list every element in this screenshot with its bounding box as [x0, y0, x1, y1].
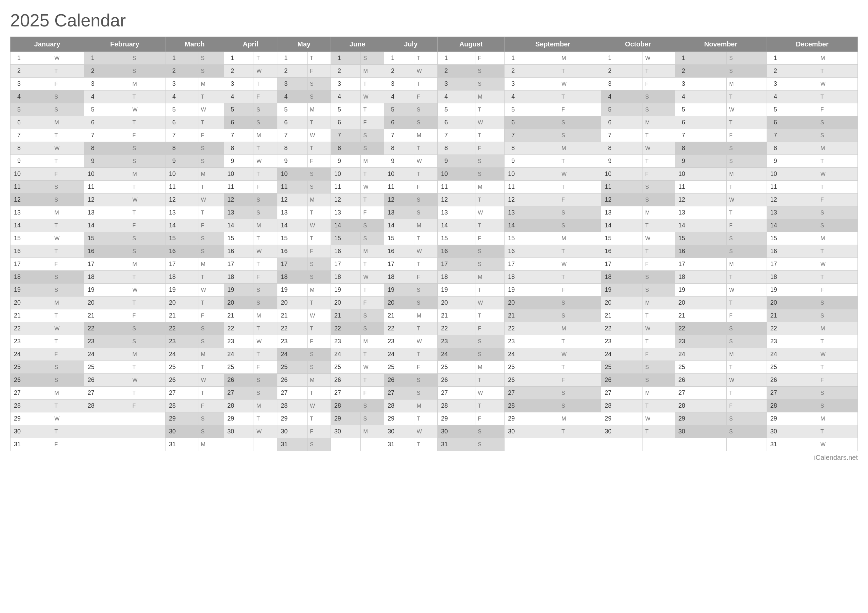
day-number: 2 — [225, 67, 234, 74]
day-code-cell: W — [130, 283, 166, 297]
day-number: 22 — [12, 325, 21, 332]
day-code: S — [256, 210, 260, 215]
day-code: W — [310, 133, 315, 138]
day-code: F — [133, 133, 136, 138]
day-code: T — [201, 300, 204, 306]
day-num-cell: 7 — [601, 129, 643, 142]
day-code: S — [561, 223, 565, 228]
day-num-cell: 11 — [330, 181, 361, 193]
day-num-cell: 21 — [84, 310, 130, 322]
day-code-cell: S — [307, 271, 330, 283]
day-code: T — [729, 184, 732, 190]
day-number: 4 — [676, 93, 685, 100]
day-num-cell: 28 — [437, 399, 475, 412]
day-num-cell: 10 — [224, 168, 254, 181]
day-code-cell: T — [198, 181, 224, 193]
day-code-cell: F — [559, 374, 601, 387]
day-number: 19 — [332, 286, 341, 293]
day-number: 9 — [603, 158, 611, 165]
day-code: M — [561, 146, 566, 151]
day-num-cell: 24 — [277, 348, 307, 361]
day-number: 7 — [85, 132, 94, 139]
day-num-cell: 13 — [505, 206, 559, 219]
day-code: W — [256, 68, 261, 74]
day-code-cell: M — [361, 65, 384, 77]
day-code: T — [417, 416, 420, 421]
day-code-cell: T — [414, 77, 438, 90]
day-code-cell: S — [414, 103, 438, 116]
day-code-cell: S — [818, 129, 857, 142]
day-code: S — [478, 81, 482, 87]
day-number: 31 — [167, 441, 176, 448]
day-code: T — [54, 403, 58, 409]
day-number: 30 — [225, 428, 234, 435]
day-number: 27 — [386, 389, 394, 396]
day-num-cell: 16 — [224, 245, 254, 258]
day-code-cell: T — [130, 271, 166, 283]
day-number: 7 — [332, 132, 341, 139]
day-code-cell: W — [414, 245, 438, 258]
day-code-cell: S — [727, 425, 767, 438]
day-code-cell: T — [130, 297, 166, 310]
day-num-cell: 19 — [437, 283, 475, 297]
day-code-cell: F — [475, 52, 505, 65]
day-code-cell: T — [643, 310, 675, 322]
day-code-cell: W — [818, 77, 857, 90]
day-code-cell: S — [643, 374, 675, 387]
day-code-cell: F — [254, 181, 277, 193]
day-code: F — [201, 313, 204, 319]
day-number: 28 — [603, 402, 611, 409]
day-code: T — [729, 94, 732, 100]
day-num-cell: 17 — [166, 258, 198, 271]
day-number: 8 — [439, 145, 448, 152]
day-num-cell: 4 — [224, 90, 254, 103]
day-num-cell: 23 — [277, 335, 307, 348]
day-num-cell: 4 — [505, 90, 559, 103]
day-num-cell: 30 — [384, 425, 414, 438]
day-num-cell: 25 — [675, 361, 727, 374]
calendar-row: 11S11T11T11F11S11W11F11M11T11S11T11T — [11, 181, 858, 193]
day-number: 16 — [439, 248, 448, 255]
day-num-cell: 27 — [277, 387, 307, 399]
day-number: 11 — [85, 183, 94, 190]
day-code: F — [256, 94, 260, 100]
day-code-cell: S — [818, 206, 857, 219]
day-num-cell: 16 — [601, 245, 643, 258]
day-num-cell: 2 — [11, 65, 52, 77]
day-number: 2 — [332, 67, 341, 74]
day-code: T — [561, 158, 565, 164]
day-number: 5 — [439, 106, 448, 113]
day-code: W — [201, 377, 206, 383]
day-num-cell: 22 — [166, 322, 198, 335]
day-code-cell: M — [307, 193, 330, 206]
day-code: W — [54, 326, 60, 331]
day-code: W — [820, 351, 826, 357]
day-code-cell: F — [414, 181, 438, 193]
day-code: W — [256, 429, 261, 434]
day-code: S — [729, 326, 733, 331]
day-code-cell: W — [559, 258, 601, 271]
day-number: 13 — [167, 209, 176, 216]
day-num-cell: 7 — [675, 129, 727, 142]
day-code: S — [417, 377, 420, 383]
day-number: 9 — [439, 158, 448, 165]
day-number: 23 — [439, 338, 448, 345]
calendar-row: 28T28F28F28M28W28S28M28T28S28T28F28S — [11, 399, 858, 412]
day-code-cell: F — [643, 77, 675, 90]
day-number: 22 — [439, 325, 448, 332]
day-num-cell: 12 — [505, 193, 559, 206]
day-number: 10 — [386, 170, 394, 178]
day-code: S — [310, 184, 314, 190]
day-number: 28 — [332, 402, 341, 409]
day-code-cell: S — [414, 206, 438, 219]
day-number: 10 — [12, 170, 21, 178]
day-number: 9 — [279, 158, 288, 165]
day-code-cell: F — [307, 245, 330, 258]
day-number: 3 — [12, 80, 21, 87]
day-number: 26 — [386, 376, 394, 384]
day-code: W — [363, 274, 368, 280]
day-num-cell: 1 — [277, 52, 307, 65]
day-number: 30 — [676, 428, 685, 435]
day-code: M — [201, 81, 205, 87]
day-num-cell: 19 — [767, 283, 818, 297]
